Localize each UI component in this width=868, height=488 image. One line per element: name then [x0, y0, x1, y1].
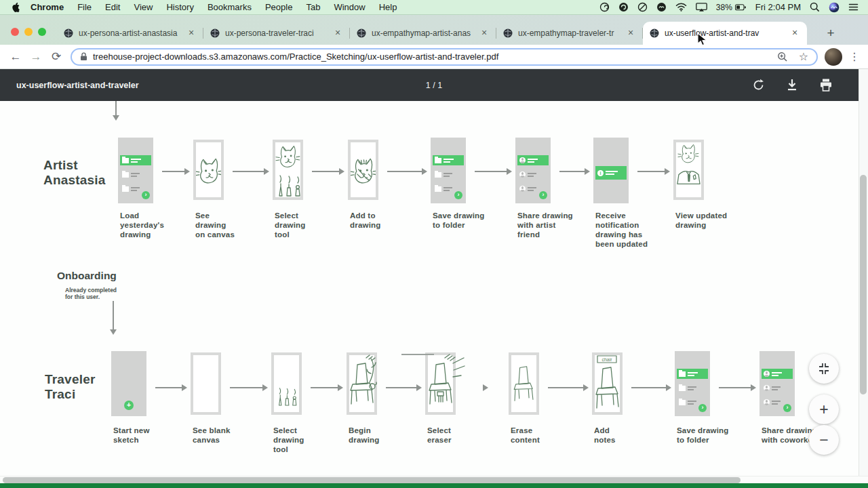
pdf-favicon [503, 28, 513, 38]
pdf-favicon [650, 28, 659, 38]
step-label: Save drawing to folder [677, 426, 729, 445]
step-label: Start new sketch [113, 426, 150, 445]
address-bar[interactable]: treehouse-project-downloads.s3.amazonaws… [71, 48, 818, 66]
flow-arrow [387, 171, 422, 172]
step-card-cat [193, 140, 224, 200]
browser-menu-icon[interactable]: ⋮ [849, 50, 860, 63]
step-label: Select drawing tool [273, 426, 304, 454]
close-window-button[interactable] [11, 28, 19, 36]
onboarding-arrow [113, 301, 114, 330]
window-controls [11, 28, 46, 36]
menu-help[interactable]: Help [372, 2, 404, 12]
flow-arrow [312, 171, 340, 172]
profile-avatar[interactable] [825, 48, 842, 66]
browser-toolbar: ← → ⟳ treehouse-project-downloads.s3.ama… [0, 45, 868, 69]
flow-arrow [475, 171, 507, 172]
flow-arrow [631, 387, 667, 388]
step-card-folders: › [675, 351, 710, 416]
macos-menu-bar: ChromeFileEditViewHistoryBookmarksPeople… [0, 0, 868, 15]
notification-center-icon[interactable] [848, 3, 859, 12]
sketch-overflow-line [401, 354, 434, 355]
menu-window[interactable]: Window [327, 2, 372, 12]
flow-arrow [155, 387, 182, 388]
tab-label: ux-persona-traveler-traci [225, 28, 327, 38]
minimize-window-button[interactable] [24, 28, 33, 36]
rotate-icon[interactable] [751, 79, 765, 92]
menu-bookmarks[interactable]: Bookmarks [201, 2, 258, 12]
fullscreen-window-button[interactable] [38, 28, 46, 36]
fit-to-page-button[interactable] [809, 354, 839, 384]
tab-close-icon[interactable]: × [332, 28, 343, 39]
flow-arrow [386, 387, 417, 388]
tab-close-icon[interactable]: × [479, 28, 490, 39]
pdf-favicon [64, 28, 73, 38]
apple-menu-icon[interactable] [11, 2, 20, 12]
flow-arrow-short [478, 387, 484, 388]
spotlight-icon[interactable] [810, 2, 820, 12]
video-progress-bar [0, 483, 868, 488]
battery-icon [735, 4, 747, 11]
step-label: View updated drawing [675, 211, 727, 230]
vertical-scrollbar-thumb[interactable] [860, 175, 867, 394]
blocked-circle-icon[interactable] [637, 2, 648, 12]
forward-button[interactable]: → [26, 50, 46, 64]
tab-2[interactable]: ux-persona-traveler-traci× [203, 22, 350, 45]
flow-arrow [637, 171, 665, 172]
spiral-icon[interactable] [599, 2, 610, 12]
zoom-in-button[interactable]: + [809, 394, 839, 424]
horizontal-scrollbar-thumb[interactable] [3, 477, 741, 483]
step-card-notification: i [593, 138, 629, 203]
step-label: Save drawing to folder [433, 211, 485, 230]
tab-close-icon[interactable]: × [186, 28, 197, 39]
step-card-cat-tie [673, 140, 704, 200]
menu-people[interactable]: People [258, 2, 299, 12]
reload-button[interactable]: ⟳ [46, 49, 66, 64]
menu-chrome[interactable]: Chrome [29, 2, 71, 12]
menu-history[interactable]: History [159, 2, 200, 12]
step-label: Add notes [594, 426, 616, 445]
print-icon[interactable] [819, 79, 833, 92]
pdf-toolbar: ux-userflow-artist-and-traveler 1 / 1 [0, 69, 868, 101]
bookmark-star-icon[interactable]: ☆ [799, 50, 808, 63]
step-label: See drawing on canvas [195, 211, 235, 239]
step-label: Load yesterday's drawing [120, 211, 164, 239]
siri-icon[interactable] [829, 2, 840, 13]
tab-close-icon[interactable]: × [789, 28, 800, 39]
mouse-cursor [697, 33, 707, 47]
flow-continuation-arrow [115, 101, 117, 116]
back-button[interactable]: ← [5, 50, 26, 64]
tab-5-active[interactable]: ux-userflow-artist-and-trav× [643, 22, 807, 45]
menu-clock: Fri 2:04 PM [755, 2, 801, 12]
lock-icon [80, 52, 87, 61]
wifi-icon[interactable] [675, 3, 687, 12]
step-card-chair-eraser [425, 352, 456, 415]
new-tab-button[interactable]: + [822, 24, 840, 42]
tab-3[interactable]: ux-empathymap-artist-anas× [350, 22, 496, 45]
pdf-favicon [357, 28, 366, 38]
tab-4[interactable]: ux-empathymap-traveler-tr× [496, 22, 643, 45]
tab-1[interactable]: ux-persona-artist-anastasia× [57, 22, 203, 45]
download-icon[interactable] [785, 79, 799, 92]
zoom-out-button[interactable]: − [809, 425, 839, 455]
creative-cloud-icon[interactable] [656, 2, 667, 12]
onboarding-heading: Onboarding [57, 270, 117, 282]
menu-file[interactable]: File [71, 2, 98, 12]
step-label: Select drawing tool [275, 211, 306, 239]
step-card-chair-plant [347, 352, 377, 415]
step-card-cat-tools [273, 140, 303, 200]
pdf-page-indicator: 1 / 1 [0, 81, 868, 90]
artist-heading: Artist Anastasia [43, 158, 106, 188]
menu-tab[interactable]: Tab [299, 2, 327, 12]
record-circle-icon[interactable] [618, 2, 629, 12]
step-card-chair-notes: chair [592, 352, 623, 415]
flow-arrow [548, 387, 584, 388]
airplay-display-icon[interactable] [696, 3, 707, 12]
menu-edit[interactable]: Edit [98, 2, 127, 12]
step-card-cat-filled [348, 140, 378, 200]
step-label: Erase content [511, 426, 540, 445]
tab-close-icon[interactable]: × [625, 28, 636, 39]
zoom-page-icon[interactable] [777, 52, 788, 62]
menu-view[interactable]: View [127, 2, 159, 12]
flow-arrow [162, 171, 185, 172]
onboarding-note: Already completed for this user. [65, 287, 117, 300]
